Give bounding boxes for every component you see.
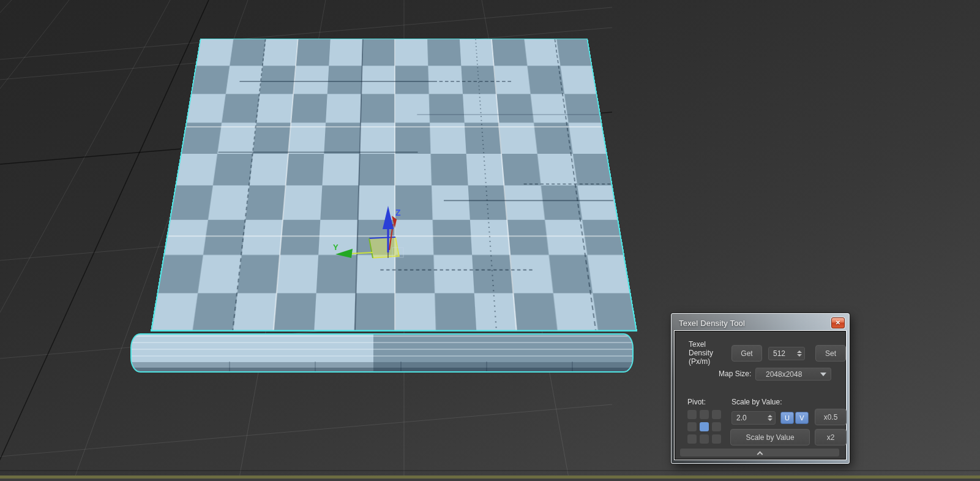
max-viewport: Z Y Texel Density Tool ✕ Texel Density (… [0,0,980,481]
u-toggle-button[interactable]: U [780,412,794,424]
spinner-arrows-icon[interactable] [797,350,802,357]
half-button[interactable]: x0.5 [815,409,847,425]
double-button[interactable]: x2 [815,429,847,445]
close-icon[interactable]: ✕ [831,317,845,328]
texel-density-spinner[interactable]: 512 [768,347,805,360]
map-size-dropdown[interactable]: 2048x2048 [755,368,831,381]
spinner-arrows-icon[interactable] [768,415,772,421]
pivot-grid [687,410,721,444]
plane-object[interactable] [151,39,637,331]
get-button[interactable]: Get [731,345,762,362]
pivot-cell[interactable] [687,410,697,419]
dialog-client-area: Texel Density (Px/m) Get 512 Set Map Siz… [675,331,846,460]
dialog-titlebar[interactable]: Texel Density Tool ✕ [675,315,846,331]
texel-density-tool-window: Texel Density Tool ✕ Texel Density (Px/m… [671,313,850,464]
pivot-label: Pivot: [687,398,706,406]
rollup-collapse-bar[interactable] [680,449,839,456]
chevron-down-icon [820,373,826,376]
pivot-cell[interactable] [700,422,709,431]
scale-value-spinner[interactable]: 2.0 [731,411,776,425]
checker-texture [152,39,635,330]
pivot-cell[interactable] [712,410,721,419]
pivot-cell[interactable] [700,434,709,444]
scale-value: 2.0 [736,414,747,422]
viewport-bottom-shadow [0,470,980,471]
pivot-cell[interactable] [712,422,721,431]
map-size-label: Map Size: [719,369,751,378]
map-size-value: 2048x2048 [766,370,802,379]
pivot-cell[interactable] [687,434,697,444]
texel-density-value: 512 [773,349,785,358]
cylinder-shading [132,335,632,371]
set-button[interactable]: Set [815,345,846,362]
window-bottom-edge [0,479,980,481]
scale-by-value-button[interactable]: Scale by Value [730,429,810,445]
pivot-cell[interactable] [700,410,709,419]
chevron-up-icon [757,451,763,457]
cylinder-object[interactable] [130,333,634,373]
pivot-cell[interactable] [687,422,697,431]
dialog-title: Texel Density Tool [679,319,745,328]
v-toggle-button[interactable]: V [795,412,809,424]
scale-by-value-label: Scale by Value: [731,398,782,406]
texel-density-label: Texel Density (Px/m) [689,340,713,366]
pivot-cell[interactable] [712,434,721,444]
